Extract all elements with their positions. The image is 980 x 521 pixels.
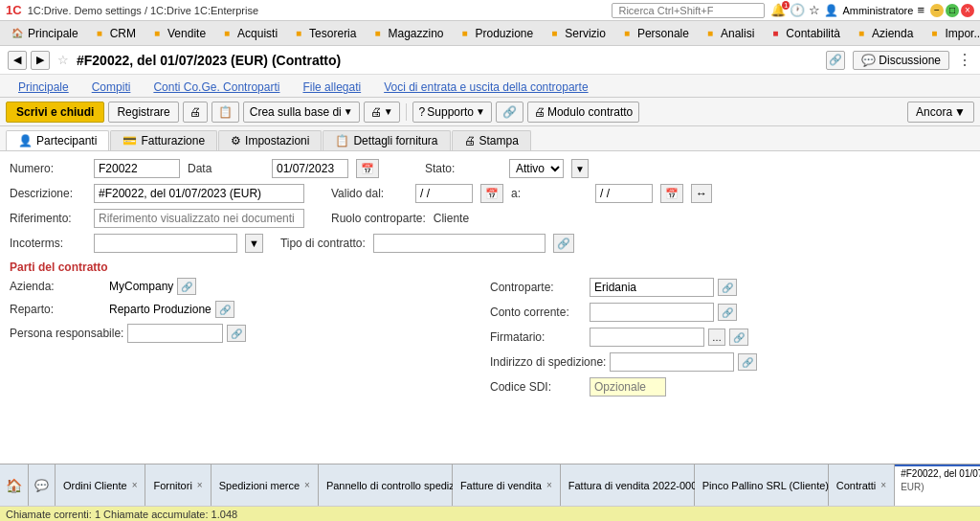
descrizione-input[interactable] <box>94 184 304 203</box>
tilde-button[interactable]: ↔ <box>691 184 712 203</box>
link-btn[interactable]: 🔗 <box>496 102 523 123</box>
close-button[interactable]: × <box>961 4 974 17</box>
tipo-contratto-input[interactable] <box>373 234 546 253</box>
ancora-button[interactable]: Ancora ▼ <box>907 102 974 123</box>
tesoreria-icon: ■ <box>291 26 306 41</box>
create-basis-button[interactable]: Crea sulla base di ▼ <box>243 102 360 123</box>
tab-partecipanti[interactable]: 👤 Partecipanti <box>6 130 109 150</box>
subtab-conti[interactable]: Conti Co.Ge. Controparti <box>143 77 290 97</box>
print-button[interactable]: 🖨 <box>183 102 208 123</box>
bottom-tab-0-close[interactable]: × <box>132 480 138 490</box>
forward-button[interactable]: ▶ <box>31 51 50 70</box>
bottom-tab-7-close[interactable]: × <box>880 480 886 490</box>
firmatario-input[interactable] <box>590 328 704 347</box>
notification-icon[interactable]: 🔔1 <box>770 3 786 17</box>
user-icon[interactable]: 👤 <box>824 4 838 17</box>
valido-al-to-input[interactable] <box>595 184 653 203</box>
bottom-tab-1-close[interactable]: × <box>197 480 203 490</box>
incoterms-input[interactable] <box>94 234 237 253</box>
bottom-tab-4[interactable]: Fatture di vendita × <box>453 464 561 506</box>
copy-button[interactable]: 📋 <box>212 102 239 123</box>
indirizzo-open-btn[interactable]: 🔗 <box>738 353 757 371</box>
riferimento-input[interactable] <box>94 209 304 228</box>
global-search-input[interactable] <box>612 3 765 18</box>
menu-principale[interactable]: 🏠 Principale <box>4 24 84 43</box>
stato-select[interactable]: Attivo <box>509 159 564 178</box>
support-button[interactable]: ? Supporto ▼ <box>412 102 492 123</box>
bottom-tab-8[interactable]: #F20022, del 01/07/2023 (EUR) ( × EUR) <box>895 464 980 506</box>
write-close-button[interactable]: Scrivi e chiudi <box>6 102 104 123</box>
bottom-tab-2[interactable]: Spedizioni merce × <box>212 464 319 506</box>
indirizzo-input[interactable] <box>610 352 734 372</box>
menu-analisi[interactable]: ■ Analisi <box>697 24 760 43</box>
tipo-contratto-link-btn[interactable]: 🔗 <box>553 234 574 253</box>
controparte-input[interactable] <box>590 278 714 297</box>
menu-magazzino[interactable]: ■ Magazzino <box>364 24 449 43</box>
menu-vendite[interactable]: ■ Vendite <box>144 24 212 43</box>
menu-import[interactable]: ■ Impor... <box>921 24 980 43</box>
minimize-button[interactable]: − <box>930 4 944 17</box>
valido-dal-from-input[interactable] <box>415 184 473 203</box>
bottom-tab-5[interactable]: Fattura di vendita 2022-000019 del... × <box>561 464 695 506</box>
persona-open-btn[interactable]: 🔗 <box>227 325 246 342</box>
menu-contabilita[interactable]: ■ Contabilità <box>762 24 846 43</box>
bottom-tab-2-close[interactable]: × <box>304 480 310 490</box>
history-icon[interactable]: 🕐 <box>790 3 805 17</box>
subtab-compiti[interactable]: Compiti <box>81 77 142 97</box>
impostazioni-icon: ⚙ <box>231 134 241 147</box>
menu-produzione[interactable]: ■ Produzione <box>452 24 540 43</box>
print2-button[interactable]: 🖨 ▼ <box>364 102 400 123</box>
menu-acquisti[interactable]: ■ Acquisti <box>213 24 283 43</box>
menu-crm[interactable]: ■ CRM <box>86 24 142 43</box>
bottom-tab-3[interactable]: Pannello di controllo spedizioni: Ge... … <box>319 464 453 506</box>
register-button[interactable]: Registrare <box>108 102 178 123</box>
tab-impostazioni[interactable]: ⚙ Impostazioni <box>218 130 322 150</box>
conto-corrente-input[interactable] <box>590 303 714 322</box>
conto-corrente-open-btn[interactable]: 🔗 <box>718 304 737 321</box>
data-input[interactable] <box>272 159 348 178</box>
subtab-principale[interactable]: Principale <box>8 77 79 97</box>
bookmark-star[interactable]: ☆ <box>54 51 73 70</box>
menu-servizio[interactable]: ■ Servizio <box>541 24 612 43</box>
discuss-button[interactable]: 💬 Discussione <box>853 51 949 70</box>
bottom-tab-0[interactable]: Ordini Cliente × <box>56 464 145 506</box>
valido-al-cal-button[interactable]: 📅 <box>660 184 683 203</box>
menu-personale[interactable]: ■ Personale <box>613 24 695 43</box>
menu-tesoreria[interactable]: ■ Tesoreria <box>285 24 362 43</box>
reparto-open-btn[interactable]: 🔗 <box>215 301 234 318</box>
controparte-open-btn[interactable]: 🔗 <box>718 279 737 296</box>
menu-azienda[interactable]: ■ Azienda <box>848 24 919 43</box>
settings-icon[interactable]: ≡ <box>917 3 924 17</box>
bottom-tab-4-close[interactable]: × <box>546 480 552 490</box>
bottom-tab-6[interactable]: Pinco Pallino SRL (Cliente) × <box>695 464 829 506</box>
tab-dettagli[interactable]: 📋 Dettagli fornitura <box>323 130 450 150</box>
incoterms-link-btn[interactable]: ▼ <box>245 234 263 253</box>
tab-stampa[interactable]: 🖨 Stampa <box>452 130 531 150</box>
chat-tab[interactable]: 💬 <box>29 464 56 506</box>
tab-dettagli-label: Dettagli fornitura <box>353 134 437 147</box>
menu-servizio-label: Servizio <box>565 27 606 40</box>
subtab-voci[interactable]: Voci di entrata e uscita della contropar… <box>373 77 598 97</box>
back-button[interactable]: ◀ <box>8 51 27 70</box>
tab-fatturazione[interactable]: 💳 Fatturazione <box>110 130 217 150</box>
home-tab[interactable]: 🏠 <box>0 464 29 506</box>
persona-input[interactable] <box>127 324 223 343</box>
question-icon: ? <box>419 105 426 119</box>
azienda-open-btn[interactable]: 🔗 <box>177 278 196 295</box>
maximize-button[interactable]: □ <box>946 4 959 17</box>
bottom-tab-1-label: Fornitori <box>153 480 191 491</box>
subtab-file[interactable]: File allegati <box>292 77 371 97</box>
data-calendar-button[interactable]: 📅 <box>356 159 379 178</box>
codice-sdi-input[interactable] <box>590 377 666 396</box>
link-icon-btn[interactable]: 🔗 <box>826 51 845 70</box>
more-options-icon[interactable]: ⋮ <box>957 51 972 69</box>
stato-dropdown-button[interactable]: ▼ <box>571 159 589 178</box>
bottom-tab-1[interactable]: Fornitori × <box>145 464 211 506</box>
module-btn[interactable]: 🖨 Modulo contratto <box>527 102 639 123</box>
firmatario-dots-btn[interactable]: … <box>708 328 725 346</box>
bottom-tab-7[interactable]: Contratti × <box>829 464 895 506</box>
numero-input[interactable] <box>94 159 180 178</box>
star-icon[interactable]: ☆ <box>809 3 820 17</box>
firmatario-open-btn[interactable]: 🔗 <box>729 328 748 346</box>
valido-dal-cal-button[interactable]: 📅 <box>480 184 503 203</box>
